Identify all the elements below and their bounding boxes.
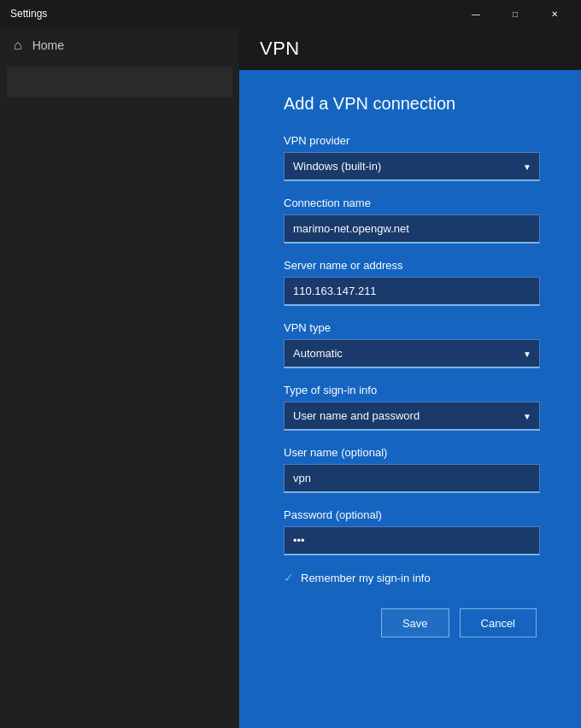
password-label: Password (optional)	[284, 508, 537, 521]
connection-name-group: Connection name	[284, 197, 537, 244]
vpn-type-label: VPN type	[284, 321, 537, 334]
top-bar: VPN	[239, 27, 581, 70]
main-content: VPN Add a VPN connection VPN provider Wi…	[239, 27, 581, 728]
window-controls: — □ ✕	[456, 0, 574, 27]
remember-row: ✓ Remember my sign-in info	[284, 571, 537, 584]
sign-in-select-wrapper: User name and password Certificate Smart…	[284, 402, 540, 431]
connection-name-input[interactable]	[284, 214, 540, 244]
save-button[interactable]: Save	[381, 608, 449, 637]
username-input[interactable]	[284, 464, 540, 493]
sidebar: ⌂ Home	[0, 27, 239, 728]
page-title: VPN	[260, 38, 300, 59]
app-container: ⌂ Home VPN Add a VPN connection VPN prov…	[0, 27, 581, 728]
sign-in-type-select[interactable]: User name and password Certificate Smart…	[284, 402, 540, 431]
close-button[interactable]: ✕	[535, 0, 574, 27]
password-input[interactable]	[284, 526, 540, 555]
vpn-type-select-wrapper: Automatic PPTP L2TP/IPsec SSTP IKEv2 ▼	[284, 339, 540, 368]
vpn-type-select[interactable]: Automatic PPTP L2TP/IPsec SSTP IKEv2	[284, 339, 540, 368]
form-heading: Add a VPN connection	[284, 94, 537, 114]
vpn-provider-group: VPN provider Windows (built-in) ▼	[284, 134, 537, 181]
sign-in-type-label: Type of sign-in info	[284, 384, 537, 396]
cancel-button[interactable]: Cancel	[460, 608, 537, 637]
remember-label: Remember my sign-in info	[301, 572, 431, 584]
connection-name-label: Connection name	[284, 197, 537, 209]
username-group: User name (optional)	[284, 446, 537, 493]
titlebar: Settings — □ ✕	[0, 0, 581, 27]
form-area: Add a VPN connection VPN provider Window…	[239, 70, 581, 726]
vpn-provider-label: VPN provider	[284, 134, 537, 147]
server-name-label: Server name or address	[284, 259, 537, 272]
server-name-input[interactable]	[284, 277, 540, 306]
vpn-provider-select-wrapper: Windows (built-in) ▼	[284, 152, 540, 181]
maximize-button[interactable]: □	[496, 0, 535, 27]
password-group: Password (optional)	[284, 508, 537, 555]
minimize-button[interactable]: —	[456, 0, 496, 27]
sidebar-item-home[interactable]: ⌂ Home	[0, 27, 239, 63]
vpn-provider-select[interactable]: Windows (built-in)	[284, 152, 540, 181]
app-title: Settings	[7, 8, 47, 20]
home-icon: ⌂	[14, 38, 22, 53]
checkmark-icon: ✓	[284, 571, 294, 584]
sign-in-type-group: Type of sign-in info User name and passw…	[284, 384, 537, 431]
username-label: User name (optional)	[284, 446, 537, 459]
vpn-type-group: VPN type Automatic PPTP L2TP/IPsec SSTP …	[284, 321, 537, 368]
sidebar-blur-item	[7, 67, 232, 97]
button-row: Save Cancel	[284, 608, 537, 637]
sidebar-home-label: Home	[32, 38, 64, 52]
server-name-group: Server name or address	[284, 259, 537, 306]
